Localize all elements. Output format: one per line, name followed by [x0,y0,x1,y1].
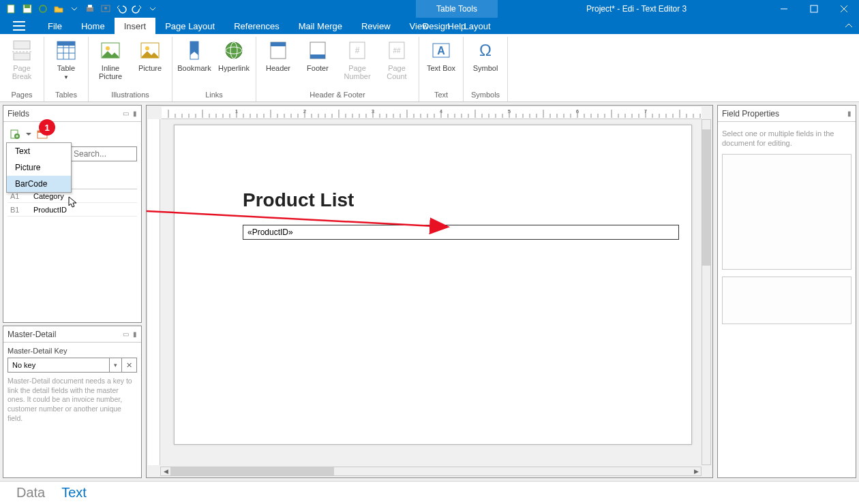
ribbon-button-label: Page Break [5,64,38,80]
qat-preview-icon[interactable] [98,1,113,16]
chevron-down-icon[interactable] [145,1,160,16]
vertical-ruler[interactable] [148,119,160,465]
document-table[interactable]: «ProductID» [243,225,679,240]
svg-point-3 [40,5,46,12]
text-box-button[interactable]: AText Box [425,40,457,72]
tab-review[interactable]: Review [352,18,400,34]
svg-text:4: 4 [440,108,443,114]
field-properties-hint: Select one or multiple fields in the doc… [722,126,852,154]
scroll-right-icon[interactable]: ▶ [691,467,701,475]
tab-mail-merge[interactable]: Mail Merge [289,18,352,34]
qat-new-icon[interactable] [4,1,19,16]
md-key-label: Master-Detail Key [7,347,137,355]
page-number-icon: # [346,40,368,61]
picture-button[interactable]: Picture [134,40,166,72]
tab-page-layout[interactable]: Page Layout [155,18,224,34]
md-key-select[interactable]: No key [7,358,110,373]
qat-save-icon[interactable] [20,1,35,16]
hyperlink-button[interactable]: Hyperlink [217,40,250,72]
ribbon-button-label: Header [266,64,290,72]
ribbon-collapse-icon[interactable] [839,18,859,34]
table-button[interactable]: Table▼ [50,40,82,80]
table-cell[interactable]: «ProductID» [243,225,678,239]
context-tab-title: Table Tools [416,0,498,18]
horizontal-scrollbar[interactable]: ◀ ▶ [160,467,702,476]
panel-pin-icon[interactable]: ▮ [133,330,137,338]
svg-rect-9 [811,5,817,12]
field-index: A1 [7,192,33,200]
bookmark-button[interactable]: Bookmark [178,40,211,72]
dropdown-item-barcode[interactable]: BarCode [7,176,71,192]
add-field-dropdown: TextPictureBarCode [6,142,72,193]
fields-row[interactable]: B1ProductID [7,203,137,217]
footer-icon [307,40,329,61]
ribbon-group-label: Header & Footer [310,89,365,101]
ribbon-button-label: Symbol [473,64,498,72]
bottom-tab-data[interactable]: Data [16,485,45,501]
header-button[interactable]: Header [262,40,295,72]
master-detail-title: Master-Detail [7,330,56,339]
panel-pin-icon[interactable]: ▮ [133,110,137,117]
footer-button[interactable]: Footer [301,40,334,72]
ribbon-button-label: Picture [138,64,162,72]
svg-text:Ω: Ω [479,41,492,59]
ribbon-tabs: File Home Insert Page Layout References … [0,18,859,34]
svg-rect-30 [310,54,325,59]
document-page[interactable]: Product List «ProductID» [174,125,692,445]
qat-redo-icon[interactable] [130,1,145,16]
ribbon-button-label: Page Count [380,64,413,80]
dropdown-item-picture[interactable]: Picture [7,159,71,176]
annotation-badge: 1 [39,119,55,136]
add-field-dropdown-icon[interactable] [25,127,32,142]
panel-window-icon[interactable]: ▭ [123,110,129,117]
minimize-button[interactable] [769,0,799,18]
svg-rect-10 [14,41,30,49]
field-name: Category [33,192,137,200]
fields-search-input[interactable] [69,146,137,161]
svg-text:#: # [355,46,360,55]
md-key-clear-button[interactable]: ✕ [122,358,137,373]
bottom-tab-text[interactable]: Text [61,485,87,501]
qat-refresh-icon[interactable] [35,1,50,16]
tab-file[interactable]: File [38,18,72,34]
svg-text:5: 5 [508,108,511,114]
panel-window-icon[interactable]: ▭ [123,330,129,338]
qat-print-icon[interactable] [82,1,97,16]
add-field-button[interactable] [7,127,22,142]
ribbon-group-label: Pages [11,89,32,101]
close-button[interactable] [829,0,859,18]
ribbon-group-label: Tables [55,89,77,101]
field-name: ProductID [33,206,137,214]
panel-pin-icon[interactable]: ▮ [847,110,852,117]
chevron-down-icon[interactable]: ▾ [110,358,122,373]
master-detail-panel: Master-Detail ▭ ▮ Master-Detail Key No k… [3,326,142,478]
svg-text:A: A [437,45,445,57]
field-properties-box [722,154,852,270]
tab-references[interactable]: References [224,18,288,34]
file-menu-button[interactable] [0,18,38,34]
dropdown-item-text[interactable]: Text [7,143,71,159]
ribbon-button-label: Table▼ [57,64,75,80]
field-properties-panel: Field Properties ▮ Select one or multipl… [717,105,856,478]
tab-home[interactable]: Home [72,18,115,34]
horizontal-ruler[interactable]: 1234567 [162,107,702,119]
chevron-down-icon[interactable] [67,1,82,16]
symbol-button[interactable]: ΩSymbol [469,40,502,72]
qat-undo-icon[interactable] [114,1,129,16]
svg-text:1: 1 [235,108,239,114]
page-count-icon: ## [386,40,408,61]
scroll-left-icon[interactable]: ◀ [161,467,170,475]
title-bar: Table Tools Project* - Edi - Text Editor… [0,0,859,18]
svg-text:7: 7 [644,108,648,114]
qat-open-icon[interactable] [51,1,66,16]
tab-design[interactable]: Design [416,18,457,34]
hyperlink-icon [223,40,245,61]
tab-layout[interactable]: Layout [457,18,498,34]
picture-icon [139,40,161,61]
inline-picture-button[interactable]: Inline Picture [94,40,127,80]
tab-insert[interactable]: Insert [115,18,156,34]
ribbon-group-label: Text [434,89,448,101]
maximize-button[interactable] [799,0,829,18]
svg-point-24 [226,42,242,59]
vertical-scrollbar[interactable] [702,119,711,465]
